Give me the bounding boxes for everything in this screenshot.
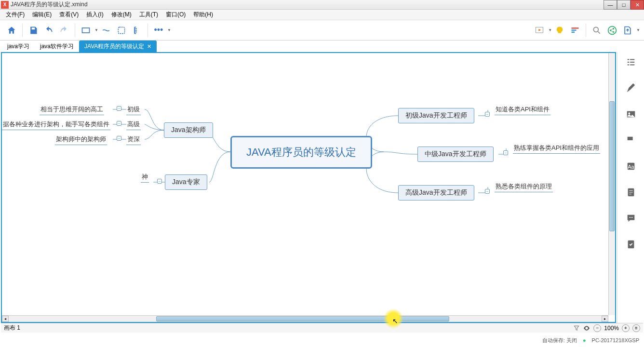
gantt-icon[interactable] <box>568 24 582 37</box>
svg-point-18 <box>631 217 631 218</box>
tab-java-study[interactable]: java学习 <box>2 40 35 52</box>
svg-point-13 <box>628 112 630 114</box>
leaf-senior-desc[interactable]: 熟悉各类组件的原理 <box>495 182 553 192</box>
close-icon[interactable]: ✕ <box>147 43 151 50</box>
filter-icon[interactable] <box>573 325 580 332</box>
minimize-button[interactable]: — <box>604 0 617 10</box>
redo-icon[interactable] <box>57 24 71 37</box>
image-icon[interactable] <box>626 109 636 120</box>
close-button[interactable]: ✕ <box>631 0 644 10</box>
zoom-fit-button[interactable]: ≡ <box>632 324 640 332</box>
notes-icon[interactable] <box>626 187 636 198</box>
node-expert[interactable]: Java专家 <box>165 174 207 190</box>
save-icon[interactable] <box>27 24 40 37</box>
svg-text:Aa: Aa <box>628 164 634 170</box>
svg-point-7 <box>593 27 598 32</box>
svg-point-8 <box>608 26 617 34</box>
task-icon[interactable] <box>626 239 636 250</box>
summary-icon[interactable] <box>130 24 144 37</box>
statusbar: 画布 1 − 100% + ≡ <box>1 323 643 333</box>
export-icon[interactable] <box>621 24 634 37</box>
node-architect[interactable]: Java架构师 <box>164 122 213 138</box>
svg-point-19 <box>631 217 632 218</box>
collapse-toggle[interactable]: − <box>117 121 121 126</box>
layout-icon[interactable] <box>79 24 93 37</box>
node-junior-dev[interactable]: 初级Java开发工程师 <box>398 108 474 123</box>
app-icon: X <box>1 1 9 9</box>
scrollbar-thumb[interactable] <box>156 316 449 321</box>
node-mid-dev[interactable]: 中级Java开发工程师 <box>417 147 494 162</box>
footer: 自动保存: 关闭 ● PC-20171218XGSP <box>0 334 644 347</box>
scroll-left-button[interactable]: ◂ <box>2 316 9 322</box>
sheet-tab[interactable]: 画布 1 <box>4 324 20 332</box>
canvas[interactable]: JAVA程序员的等级认定 初级Java开发工程师 知道各类API和组件 − 中级… <box>1 52 616 323</box>
svg-point-17 <box>629 217 630 218</box>
collapse-toggle[interactable]: − <box>503 150 508 155</box>
central-topic[interactable]: JAVA程序员的等级认定 <box>230 136 372 169</box>
leaf-arch-expert-desc[interactable]: 架构师中的架构师 <box>55 135 107 145</box>
tab-label: JAVA程序员的等级认定 <box>84 42 144 51</box>
tab-java-level[interactable]: JAVA程序员的等级认定 ✕ <box>79 40 157 52</box>
present-icon[interactable] <box>533 24 546 37</box>
svg-rect-6 <box>572 31 575 33</box>
horizontal-scrollbar[interactable]: ◂ ▸ <box>2 315 608 322</box>
window-title: JAVA程序员的等级认定.xmind <box>11 0 643 9</box>
leaf-arch-junior[interactable]: 初级 <box>126 105 141 115</box>
menu-help[interactable]: 帮助(H) <box>189 10 217 20</box>
menu-tools[interactable]: 工具(T) <box>135 10 162 20</box>
relationship-icon[interactable] <box>99 24 113 37</box>
leaf-mid-desc[interactable]: 熟练掌握各类API和组件的应用 <box>513 144 600 154</box>
toolbar: ▼ •••▼ ▼ ▼ <box>0 20 644 40</box>
home-icon[interactable] <box>5 24 18 37</box>
menu-window[interactable]: 窗口(O) <box>162 10 189 20</box>
menu-view[interactable]: 查看(V) <box>55 10 82 20</box>
zoom-level: 100% <box>604 325 619 332</box>
dropdown-arrow-icon[interactable]: ▼ <box>94 28 98 32</box>
scroll-right-button[interactable]: ▸ <box>602 316 608 322</box>
tab-java-software[interactable]: java软件学习 <box>35 40 79 52</box>
more-icon[interactable]: ••• <box>152 24 165 37</box>
collapse-toggle[interactable]: − <box>485 189 490 194</box>
document-tabs: java学习 java软件学习 JAVA程序员的等级认定 ✕ <box>0 40 644 52</box>
leaf-arch-expert[interactable]: 资深 <box>126 135 141 145</box>
eye-icon[interactable] <box>583 324 590 332</box>
cursor-icon: ↖ <box>392 317 398 325</box>
svg-rect-1 <box>118 27 124 33</box>
maximize-button[interactable]: □ <box>617 0 631 10</box>
scrollbar-thumb[interactable] <box>609 101 615 231</box>
leaf-junior-desc[interactable]: 知道各类API和组件 <box>495 105 550 115</box>
svg-rect-0 <box>82 28 90 33</box>
zoom-in-button[interactable]: + <box>622 324 630 332</box>
collapse-toggle[interactable]: − <box>157 179 162 184</box>
undo-icon[interactable] <box>42 24 55 37</box>
menu-insert[interactable]: 插入(I) <box>82 10 107 20</box>
text-icon[interactable]: Aa <box>626 161 636 172</box>
leaf-expert-desc[interactable]: 神 <box>141 173 149 183</box>
dropdown-arrow-icon[interactable]: ▼ <box>548 28 552 32</box>
format-icon[interactable] <box>626 83 636 93</box>
outline-icon[interactable] <box>626 57 636 67</box>
dropdown-arrow-icon[interactable]: ▼ <box>636 28 640 32</box>
share-icon[interactable] <box>605 24 619 37</box>
search-icon[interactable] <box>590 24 604 37</box>
right-sidebar: Aa <box>617 52 644 333</box>
leaf-arch-junior-desc[interactable]: 相当于思维开阔的高工 <box>40 105 104 115</box>
collapse-toggle[interactable]: − <box>117 106 121 111</box>
menu-file[interactable]: 文件(F) <box>2 10 28 20</box>
marker-icon[interactable] <box>626 135 636 146</box>
svg-rect-5 <box>572 29 577 31</box>
menu-edit[interactable]: 编辑(E) <box>28 10 55 20</box>
idea-icon[interactable] <box>553 24 566 37</box>
node-senior-dev[interactable]: 高级Java开发工程师 <box>398 185 474 200</box>
leaf-arch-senior[interactable]: 高级 <box>126 120 141 130</box>
vertical-scrollbar[interactable] <box>608 53 615 315</box>
boundary-icon[interactable] <box>115 24 128 37</box>
window-buttons: — □ ✕ <box>604 0 644 10</box>
leaf-arch-senior-desc[interactable]: 据各种业务进行架构，能手写各类组件 <box>2 120 110 130</box>
collapse-toggle[interactable]: − <box>117 136 121 141</box>
dropdown-arrow-icon[interactable]: ▼ <box>167 28 171 32</box>
zoom-out-button[interactable]: − <box>593 324 601 332</box>
menu-modify[interactable]: 修改(M) <box>107 10 135 20</box>
comments-icon[interactable] <box>626 213 636 224</box>
collapse-toggle[interactable]: − <box>485 112 490 117</box>
